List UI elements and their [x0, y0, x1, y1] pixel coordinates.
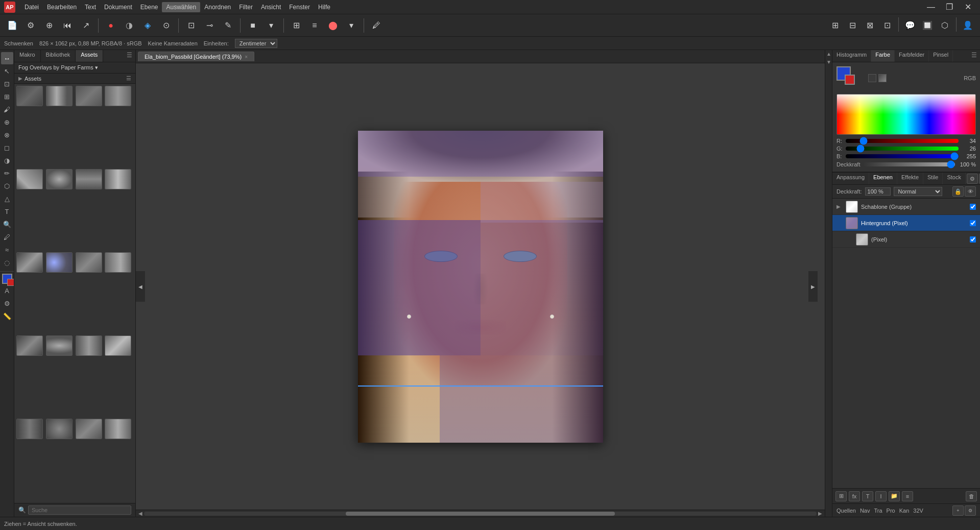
tool-text[interactable]: T: [1, 205, 13, 218]
asset-item[interactable]: [16, 335, 43, 356]
tool-dodge[interactable]: ◑: [1, 154, 13, 166]
menu-bearbeiten[interactable]: Bearbeiten: [43, 2, 81, 12]
asset-item[interactable]: [16, 169, 43, 189]
layer-item-hintergrund[interactable]: ▶ Hintergrund (Pixel): [832, 215, 980, 231]
asset-item[interactable]: [16, 419, 43, 439]
window-minimize[interactable]: —: [923, 0, 939, 15]
stock-btn[interactable]: 🔲: [919, 17, 936, 34]
tab-anpassung[interactable]: Anpassung: [832, 173, 869, 184]
layer-footer-delete[interactable]: 🗑: [966, 491, 977, 501]
menu-hilfe[interactable]: Hilfe: [314, 2, 334, 12]
share-btn[interactable]: ↗: [78, 17, 94, 34]
asset-item[interactable]: [76, 252, 102, 273]
tool-crop[interactable]: ⊡: [1, 78, 13, 90]
circle-btn[interactable]: ⊙: [158, 17, 174, 34]
asset-item[interactable]: [105, 419, 131, 439]
assets-collapse[interactable]: ☰: [126, 75, 131, 82]
canvas-nav-left[interactable]: ◀: [136, 271, 145, 302]
asset-item[interactable]: [76, 86, 102, 106]
layer-settings-btn[interactable]: ⚙: [967, 174, 978, 184]
lasso-btn[interactable]: ⊸: [201, 17, 218, 34]
persona-4-btn[interactable]: ⊡: [879, 17, 895, 34]
asset-item[interactable]: [76, 335, 102, 356]
tool-macro[interactable]: ⚙: [1, 297, 13, 309]
layer-item-pixel[interactable]: ▶ (Pixel): [832, 231, 980, 248]
tool-clone[interactable]: ⊗: [1, 129, 13, 141]
tab-makro[interactable]: Makro: [14, 50, 41, 62]
layer-footer-group[interactable]: 📁: [889, 491, 900, 501]
menu-text[interactable]: Text: [81, 2, 100, 12]
units-dropdown[interactable]: Zentimeter Pixel Millimeter: [235, 39, 277, 48]
asset-item[interactable]: [46, 335, 73, 356]
bg-color-swatch[interactable]: [7, 279, 14, 286]
tool-paint[interactable]: 🖌: [1, 103, 13, 115]
tool-measure[interactable]: 📏: [1, 310, 13, 322]
assist-btn[interactable]: 💬: [902, 17, 918, 34]
user-btn[interactable]: 👤: [960, 17, 976, 34]
history-btn[interactable]: 🖉: [368, 17, 385, 34]
window-close[interactable]: ✕: [960, 0, 976, 15]
fg-color[interactable]: [836, 66, 851, 81]
menu-filter[interactable]: Filter: [235, 2, 257, 12]
tool-zoom[interactable]: 🔍: [1, 218, 13, 230]
color-mode-btn[interactable]: ●: [103, 17, 119, 34]
asset-item[interactable]: [46, 86, 73, 106]
sources-options-btn[interactable]: ⚙: [965, 505, 976, 516]
layer-item-schablone[interactable]: ▶ Schablone (Gruppe): [832, 199, 980, 215]
menu-anordnen[interactable]: Anordnen: [200, 2, 235, 12]
asset-item[interactable]: [105, 86, 131, 106]
contrast-btn[interactable]: ◑: [121, 17, 137, 34]
tab-histogramm[interactable]: Histogramm: [832, 50, 871, 62]
tool-type-text[interactable]: A: [1, 284, 13, 297]
brush-dropdown[interactable]: ▾: [343, 17, 360, 34]
layer-footer-more[interactable]: ≡: [902, 491, 913, 501]
tab-stile[interactable]: Stile: [923, 173, 943, 184]
canvas-viewport[interactable]: ◀: [136, 63, 825, 510]
assets-panel-menu[interactable]: ☰: [124, 50, 135, 62]
layer-footer-adjust[interactable]: I: [875, 491, 887, 501]
window-restore[interactable]: ❐: [941, 0, 958, 15]
menu-fenster[interactable]: Fenster: [285, 2, 314, 12]
layer-expand-1[interactable]: ▶: [836, 204, 843, 209]
tool-blur[interactable]: ◌: [1, 256, 13, 269]
search-input[interactable]: [28, 505, 131, 515]
opacity-slider[interactable]: [863, 162, 955, 166]
source-32v[interactable]: 32V: [913, 508, 923, 514]
layer-visible-3[interactable]: [970, 236, 976, 243]
tab-pinsel[interactable]: Pinsel: [929, 50, 953, 62]
tab-ebenen[interactable]: Ebenen: [869, 173, 897, 184]
dropdown-btn[interactable]: ▾: [263, 17, 279, 34]
r-slider[interactable]: [846, 139, 959, 143]
tool-move[interactable]: ↔: [1, 52, 13, 64]
snapping-btn[interactable]: ⊕: [41, 17, 57, 34]
color-type-solid[interactable]: [868, 74, 876, 82]
tool-heal[interactable]: ⊕: [1, 116, 13, 128]
persona-2-btn[interactable]: ⊟: [844, 17, 861, 34]
tab-bibliothek[interactable]: Bibliothek: [41, 50, 76, 62]
settings-btn[interactable]: ⚙: [22, 17, 39, 34]
source-pro[interactable]: Pro: [887, 508, 895, 514]
tool-fill[interactable]: ⊞: [1, 90, 13, 103]
tool-node[interactable]: ⬡: [1, 180, 13, 192]
tab-stock[interactable]: Stock: [943, 173, 966, 184]
rect-select-btn[interactable]: ⊡: [183, 17, 199, 34]
source-tra[interactable]: Tra: [874, 508, 882, 514]
guides-btn[interactable]: ≡: [306, 17, 323, 34]
hue-btn[interactable]: ◈: [139, 17, 156, 34]
brush-btn[interactable]: ⬤: [325, 17, 341, 34]
asset-item[interactable]: [46, 419, 73, 439]
source-quellen[interactable]: Quellen: [836, 508, 856, 514]
square-select-btn[interactable]: ■: [245, 17, 261, 34]
layer-visible-1[interactable]: [970, 204, 976, 210]
asset-item[interactable]: [105, 169, 131, 189]
layer-footer-mask[interactable]: ⊞: [835, 491, 847, 501]
tab-effekte[interactable]: Effekte: [897, 173, 923, 184]
persona-3-btn[interactable]: ⊠: [862, 17, 878, 34]
tool-select[interactable]: ↖: [1, 65, 13, 77]
scroll-up-btn[interactable]: ▲: [825, 50, 832, 57]
cloud-btn[interactable]: ⬡: [937, 17, 953, 34]
tab-farbe[interactable]: Farbe: [871, 50, 895, 62]
layer-lock-btn[interactable]: 🔒: [952, 186, 964, 197]
asset-item[interactable]: [16, 252, 43, 273]
fg-color-swatch[interactable]: [2, 274, 12, 284]
